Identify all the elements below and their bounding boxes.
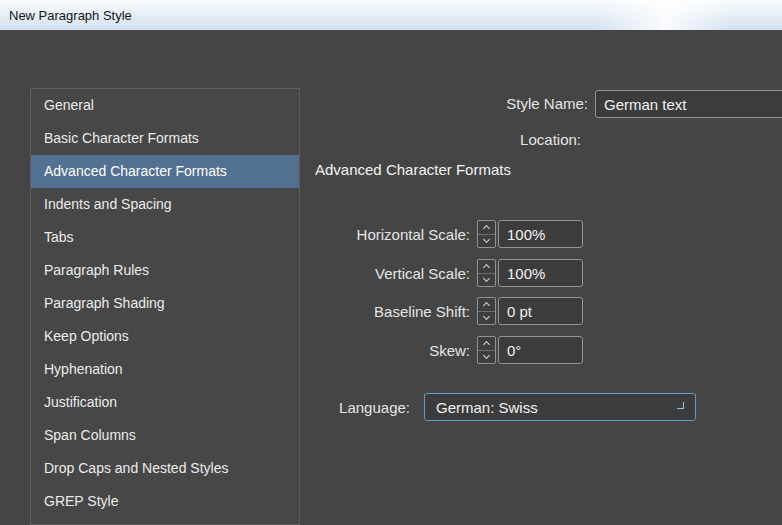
sidebar-item-keep-options[interactable]: Keep Options bbox=[31, 320, 299, 353]
vertical-scale-stepper bbox=[477, 259, 496, 287]
chevron-up-icon bbox=[483, 264, 490, 271]
stepper-up-button[interactable] bbox=[478, 337, 495, 351]
style-name-input[interactable] bbox=[595, 90, 782, 118]
chevron-down-icon bbox=[483, 275, 490, 282]
chevron-down-icon bbox=[483, 313, 490, 320]
sidebar-item-basic-character-formats[interactable]: Basic Character Formats bbox=[31, 122, 299, 155]
stepper-down-button[interactable] bbox=[478, 312, 495, 325]
sidebar-item-grep-style[interactable]: GREP Style bbox=[31, 485, 299, 518]
chevron-up-icon bbox=[483, 302, 490, 309]
new-paragraph-style-dialog: New Paragraph Style General Basic Charac… bbox=[0, 0, 782, 525]
sidebar-item-paragraph-rules[interactable]: Paragraph Rules bbox=[31, 254, 299, 287]
panel-heading: Advanced Character Formats bbox=[315, 161, 511, 178]
stepper-up-button[interactable] bbox=[478, 298, 495, 312]
sidebar-item-hyphenation[interactable]: Hyphenation bbox=[31, 353, 299, 386]
stepper-down-button[interactable] bbox=[478, 235, 495, 248]
sidebar-item-drop-caps-and-nested-styles[interactable]: Drop Caps and Nested Styles bbox=[31, 452, 299, 485]
vertical-scale-label: Vertical Scale: bbox=[315, 265, 470, 282]
sidebar-item-general[interactable]: General bbox=[31, 89, 299, 122]
horizontal-scale-stepper bbox=[477, 220, 496, 248]
skew-stepper bbox=[477, 336, 496, 364]
sidebar-item-advanced-character-formats[interactable]: Advanced Character Formats bbox=[31, 155, 299, 188]
sidebar-item-justification[interactable]: Justification bbox=[31, 386, 299, 419]
horizontal-scale-label: Horizontal Scale: bbox=[315, 226, 470, 243]
skew-input[interactable] bbox=[498, 336, 583, 364]
field-row-baseline-shift: Baseline Shift: bbox=[315, 297, 583, 325]
sidebar-item-tabs[interactable]: Tabs bbox=[31, 221, 299, 254]
language-dropdown[interactable]: German: Swiss bbox=[424, 393, 696, 421]
chevron-down-icon bbox=[483, 352, 490, 359]
language-label: Language: bbox=[315, 399, 410, 416]
baseline-shift-stepper bbox=[477, 297, 496, 325]
style-name-label: Style Name: bbox=[315, 90, 588, 118]
window-titlebar[interactable]: New Paragraph Style bbox=[0, 0, 782, 30]
language-dropdown-value: German: Swiss bbox=[436, 399, 538, 416]
chevron-up-icon bbox=[483, 225, 490, 232]
chevron-down-icon bbox=[677, 402, 684, 409]
sidebar-item-indents-and-spacing[interactable]: Indents and Spacing bbox=[31, 188, 299, 221]
stepper-down-button[interactable] bbox=[478, 351, 495, 364]
stepper-up-button[interactable] bbox=[478, 260, 495, 274]
horizontal-scale-input[interactable] bbox=[498, 220, 583, 248]
sidebar-item-paragraph-shading[interactable]: Paragraph Shading bbox=[31, 287, 299, 320]
baseline-shift-input[interactable] bbox=[498, 297, 583, 325]
style-category-list: General Basic Character Formats Advanced… bbox=[30, 88, 300, 525]
window-title: New Paragraph Style bbox=[9, 8, 132, 23]
chevron-down-icon bbox=[483, 236, 490, 243]
language-row: Language: German: Swiss bbox=[315, 393, 696, 421]
field-row-vertical-scale: Vertical Scale: bbox=[315, 259, 583, 287]
vertical-scale-input[interactable] bbox=[498, 259, 583, 287]
baseline-shift-label: Baseline Shift: bbox=[315, 303, 470, 320]
field-row-skew: Skew: bbox=[315, 336, 583, 364]
sidebar-item-span-columns[interactable]: Span Columns bbox=[31, 419, 299, 452]
dialog-content: General Basic Character Formats Advanced… bbox=[0, 30, 782, 525]
sidebar-item-bullets-and-numbering[interactable]: Bullets and Numbering bbox=[31, 518, 299, 525]
field-row-horizontal-scale: Horizontal Scale: bbox=[315, 220, 583, 248]
skew-label: Skew: bbox=[315, 342, 470, 359]
stepper-up-button[interactable] bbox=[478, 221, 495, 235]
stepper-down-button[interactable] bbox=[478, 274, 495, 287]
location-label: Location: bbox=[315, 131, 581, 148]
chevron-up-icon bbox=[483, 341, 490, 348]
